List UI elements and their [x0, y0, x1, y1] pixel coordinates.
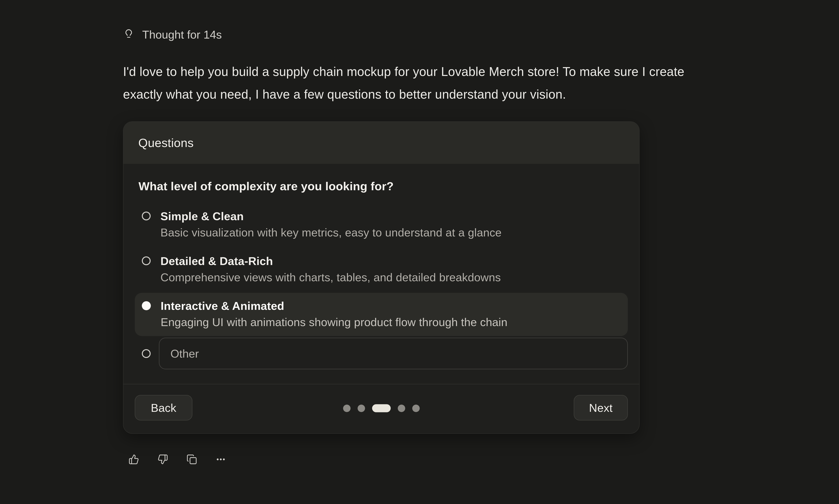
message-actions — [128, 454, 793, 465]
options-list: Simple & Clean Basic visualization with … — [135, 203, 628, 369]
thumbs-down-button[interactable] — [157, 454, 169, 465]
copy-button[interactable] — [186, 454, 197, 465]
radio-unselected-icon[interactable] — [142, 256, 151, 265]
option-title: Interactive & Animated — [161, 300, 507, 312]
option-title: Detailed & Data-Rich — [160, 255, 501, 268]
questions-card-header: Questions — [123, 122, 639, 164]
pagination-dot — [398, 404, 405, 412]
option-other[interactable] — [135, 338, 628, 369]
questions-card: Questions What level of complexity are y… — [123, 121, 640, 434]
question-text: What level of complexity are you looking… — [139, 179, 628, 193]
questions-card-body: What level of complexity are you looking… — [123, 164, 639, 369]
option-description: Basic visualization with key metrics, ea… — [160, 226, 502, 239]
copy-icon — [187, 454, 197, 465]
thought-label: Thought for 14s — [142, 28, 222, 41]
option-title: Simple & Clean — [160, 210, 502, 223]
pagination-dot — [357, 404, 365, 412]
pagination-dot — [412, 404, 420, 412]
lightbulb-icon — [123, 29, 134, 40]
option-description: Engaging UI with animations showing prod… — [161, 316, 507, 329]
assistant-message-line: exactly what you need, I have a few ques… — [123, 83, 793, 106]
option-simple-clean[interactable]: Simple & Clean Basic visualization with … — [135, 203, 628, 247]
thumbs-down-icon — [157, 454, 168, 465]
assistant-message-line: I'd love to help you build a supply chai… — [123, 60, 793, 83]
assistant-message: I'd love to help you build a supply chai… — [123, 60, 793, 106]
thumbs-up-icon — [128, 454, 139, 465]
questions-card-title: Questions — [138, 136, 194, 149]
pagination-dot-active — [372, 404, 390, 412]
questions-card-footer: Back Next — [123, 384, 639, 433]
chat-message-block: Thought for 14s I'd love to help you bui… — [123, 28, 793, 465]
thumbs-up-button[interactable] — [128, 454, 139, 465]
more-options-button[interactable] — [215, 454, 226, 465]
radio-unselected-icon[interactable] — [142, 212, 151, 220]
other-option-input[interactable] — [159, 338, 628, 369]
option-description: Comprehensive views with charts, tables,… — [160, 271, 501, 284]
option-interactive-animated[interactable]: Interactive & Animated Engaging UI with … — [135, 293, 628, 336]
pagination-dots — [343, 404, 420, 412]
option-detailed-data-rich[interactable]: Detailed & Data-Rich Comprehensive views… — [135, 248, 628, 291]
more-options-icon — [215, 454, 226, 465]
back-button[interactable]: Back — [135, 395, 192, 420]
radio-selected-icon[interactable] — [142, 301, 151, 310]
next-button[interactable]: Next — [574, 395, 628, 420]
thought-summary[interactable]: Thought for 14s — [123, 28, 793, 41]
pagination-dot — [343, 404, 350, 412]
radio-unselected-icon[interactable] — [142, 349, 151, 358]
